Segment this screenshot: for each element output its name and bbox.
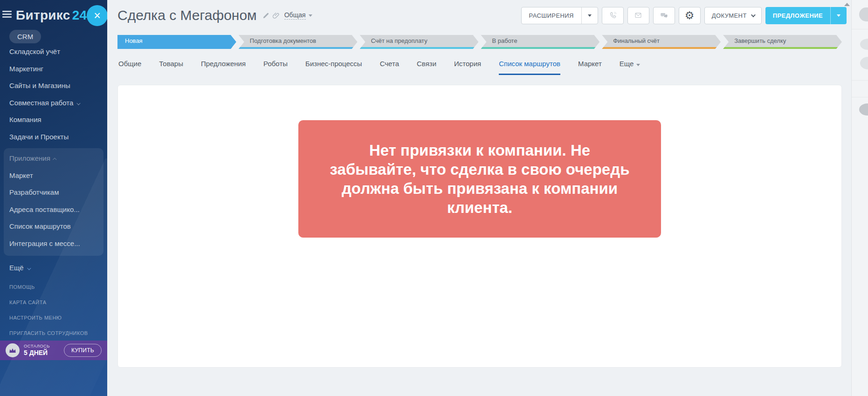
document-button[interactable]: ДОКУМЕНТ	[704, 7, 762, 24]
sidebar-item-company[interactable]: Компания	[0, 111, 107, 129]
active-tab-underline	[499, 74, 560, 75]
sidebar-nav: CRM Складской учёт Маркетинг Сайты и Маг…	[0, 30, 107, 277]
deal-tabs: Общие Товары Предложения Роботы Бизнес-п…	[118, 60, 640, 75]
invite-employees-link[interactable]: ПРИГЛАСИТЬ СОТРУДНИКОВ	[9, 326, 88, 341]
deal-stage-bar: Новая Подготовка документов Счёт на пред…	[117, 35, 842, 49]
email-button[interactable]	[627, 7, 649, 24]
caret-down-icon	[636, 64, 640, 66]
tab-invoices[interactable]: Счета	[380, 60, 399, 75]
divider	[852, 97, 868, 97]
divider	[852, 29, 868, 29]
clipped-panel-button[interactable]	[860, 57, 868, 69]
extensions-dropdown[interactable]	[581, 7, 598, 24]
sidebar-item-tasks[interactable]: Задачи и Проекты	[0, 129, 107, 146]
stage-color-strip	[723, 47, 842, 49]
extensions-button[interactable]: РАСШИРЕНИЯ	[521, 7, 598, 24]
right-edge-panel	[851, 0, 868, 396]
settings-button[interactable]: ⚙	[679, 7, 701, 24]
sidebar-item-market[interactable]: Маркет	[4, 167, 103, 184]
proposal-dropdown[interactable]	[830, 7, 847, 24]
sidebar-footer: ПОМОЩЬ КАРТА САЙТА НАСТРОИТЬ МЕНЮ ПРИГЛА…	[9, 280, 88, 341]
stage-color-strip	[117, 47, 236, 49]
app-logo: Битрикс24	[16, 8, 87, 23]
sidebar-collapse-button[interactable]: ×	[87, 5, 107, 26]
tab-business-processes[interactable]: Бизнес-процессы	[305, 60, 362, 75]
call-button[interactable]	[602, 7, 624, 24]
tab-route-list[interactable]: Список маршрутов	[499, 60, 560, 75]
stage-document-preparation[interactable]: Подготовка документов	[239, 35, 358, 49]
sidebar-item-supplier-addresses[interactable]: Адреса поставщико...	[4, 201, 103, 218]
stage-color-strip	[602, 47, 721, 49]
stage-prepayment-invoice[interactable]: Счёт на предоплату	[360, 35, 479, 49]
tab-robots[interactable]: Роботы	[263, 60, 288, 75]
toolbar: РАСШИРЕНИЯ ⚙ ДОКУМЕНТ ПРЕДЛОЖЕНИЕ	[521, 7, 847, 24]
chevron-up-icon	[53, 157, 56, 161]
help-link[interactable]: ПОМОЩЬ	[9, 280, 88, 295]
tab-products[interactable]: Товары	[159, 60, 183, 75]
envelope-icon	[634, 11, 642, 20]
close-icon: ×	[94, 9, 101, 22]
sidebar-item-developers[interactable]: Разработчикам	[4, 184, 103, 201]
tab-general[interactable]: Общие	[118, 60, 141, 75]
sidebar-item-sites[interactable]: Сайты и Магазины	[0, 77, 107, 95]
sidebar-item-marketing[interactable]: Маркетинг	[0, 61, 107, 78]
license-bar: ОСТАЛОСЬ 5 ДНЕЙ КУПИТЬ	[0, 341, 107, 360]
sidebar-item-collaboration[interactable]: Совместная работа	[0, 95, 107, 112]
link-icon[interactable]	[273, 12, 280, 19]
alert-message: Нет привязки к компании. Не забывайте, ч…	[325, 141, 634, 218]
license-remaining: ОСТАЛОСЬ 5 ДНЕЙ	[24, 344, 50, 356]
stage-new[interactable]: Новая	[117, 35, 236, 49]
sidebar-item-route-list[interactable]: Список маршрутов	[4, 218, 103, 235]
page-header: Сделка с Мегафоном Общая РАСШИРЕНИЯ	[117, 5, 847, 26]
chat-bubbles-icon	[660, 11, 668, 20]
stage-final-invoice[interactable]: Финальный счёт	[602, 35, 721, 49]
sidebar-apps-group: Приложения Маркет Разработчикам Адреса п…	[4, 148, 103, 256]
sidebar-item-messenger-integration[interactable]: Интеграция с мессе...	[4, 235, 103, 253]
tab-content-card: Нет привязки к компании. Не забывайте, ч…	[117, 85, 842, 368]
configure-menu-link[interactable]: НАСТРОИТЬ МЕНЮ	[9, 310, 88, 326]
crown-icon	[6, 343, 20, 357]
caret-down-icon	[588, 14, 592, 17]
stage-close-deal[interactable]: Завершить сделку	[723, 35, 842, 49]
sidebar-item-more[interactable]: Ещё	[0, 259, 107, 277]
divider	[852, 80, 868, 81]
stage-color-strip	[360, 47, 479, 49]
sitemap-link[interactable]: КАРТА САЙТА	[9, 295, 88, 310]
edit-title-icon[interactable]	[262, 12, 269, 19]
scroll-up-arrow-icon[interactable]	[844, 3, 850, 6]
clipped-panel-button[interactable]	[860, 39, 868, 50]
tab-more[interactable]: Еще	[620, 60, 641, 75]
stage-in-progress[interactable]: В работе	[481, 35, 599, 49]
stage-color-strip	[239, 47, 358, 49]
stage-color-strip	[481, 47, 599, 49]
tab-relations[interactable]: Связи	[417, 60, 436, 75]
caret-down-icon	[309, 14, 312, 17]
page-title: Сделка с Мегафоном	[117, 7, 257, 23]
caret-down-icon	[837, 14, 840, 17]
chevron-down-icon	[76, 101, 80, 105]
tab-history[interactable]: История	[454, 60, 481, 75]
sidebar-item-inventory[interactable]: Складской учёт	[0, 43, 107, 61]
scrollbar-thumb[interactable]	[859, 103, 868, 116]
phone-icon	[608, 11, 617, 20]
hamburger-menu-icon[interactable]	[2, 11, 12, 18]
main-area: Сделка с Мегафоном Общая РАСШИРЕНИЯ	[107, 0, 851, 396]
buy-button[interactable]: КУПИТЬ	[64, 344, 102, 357]
no-company-alert: Нет привязки к компании. Не забывайте, ч…	[298, 120, 661, 238]
clipped-panel-button[interactable]	[859, 7, 868, 21]
gear-icon: ⚙	[685, 10, 695, 21]
sidebar-item-crm[interactable]: CRM	[9, 30, 41, 43]
proposal-button[interactable]: ПРЕДЛОЖЕНИЕ	[765, 7, 847, 24]
sidebar: Битрикс24 × CRM Складской учёт Маркетинг…	[0, 0, 107, 396]
tab-market[interactable]: Маркет	[578, 60, 602, 75]
sidebar-item-apps[interactable]: Приложения	[4, 150, 103, 167]
pipeline-label: Общая	[284, 11, 306, 20]
chevron-down-icon	[27, 266, 31, 270]
tab-quotes[interactable]: Предложения	[201, 60, 246, 75]
pipeline-selector[interactable]: Общая	[284, 11, 312, 20]
chevron-down-icon	[751, 13, 756, 17]
chat-button[interactable]	[653, 7, 675, 24]
